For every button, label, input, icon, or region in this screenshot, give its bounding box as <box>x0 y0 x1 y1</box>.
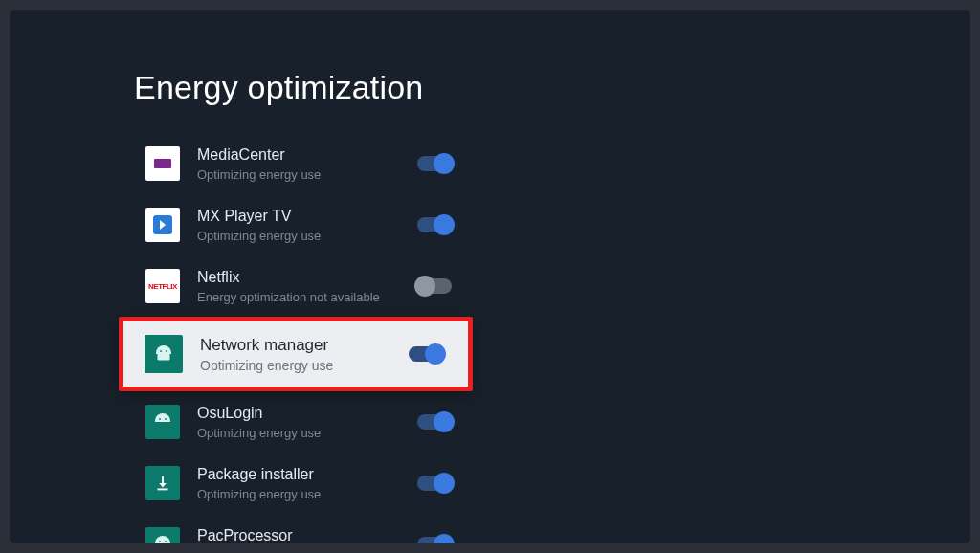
netflix-icon: NETFLIX <box>145 269 180 303</box>
app-name: MX Player TV <box>197 207 434 226</box>
toggle-networkmanager[interactable] <box>409 346 443 362</box>
svg-point-6 <box>165 541 167 542</box>
app-name: Netflix <box>197 268 434 287</box>
app-text: Network manager Optimizing energy use <box>200 335 397 373</box>
app-list: MediaCenter Optimizing energy use MX Pla… <box>134 133 452 543</box>
app-sub: Optimizing energy use <box>197 167 434 182</box>
netflix-logo-text: NETFLIX <box>148 282 177 291</box>
app-text: OsuLogin Optimizing energy use <box>197 404 434 440</box>
app-row-osulogin[interactable]: OsuLogin Optimizing energy use <box>134 391 452 453</box>
app-sub: Energy optimization not available <box>197 290 434 304</box>
svg-point-2 <box>159 418 161 420</box>
app-name: PacProcessor <box>197 526 434 543</box>
app-text: MediaCenter Optimizing energy use <box>197 145 434 182</box>
app-text: PacProcessor Optimizing energy use <box>197 526 434 543</box>
app-name: Network manager <box>200 335 397 355</box>
toggle-packageinstaller[interactable] <box>417 476 452 491</box>
app-text: Netflix Energy optimization not availabl… <box>197 268 434 304</box>
app-name: OsuLogin <box>197 404 434 423</box>
settings-screen: Energy optimization MediaCenter Optimizi… <box>10 10 970 543</box>
app-sub: Optimizing energy use <box>197 487 434 501</box>
toggle-pacprocessor[interactable] <box>417 537 452 543</box>
app-sub: Optimizing energy use <box>197 229 434 243</box>
toggle-osulogin[interactable] <box>417 414 452 430</box>
android-icon <box>145 335 183 373</box>
svg-point-0 <box>160 350 162 352</box>
app-row-netflix[interactable]: NETFLIX Netflix Energy optimization not … <box>134 255 452 317</box>
android-icon <box>145 527 180 543</box>
toggle-mxplayer[interactable] <box>417 217 452 232</box>
android-icon <box>145 405 180 439</box>
toggle-netflix <box>417 278 452 294</box>
app-row-packageinstaller[interactable]: Package installer Optimizing energy use <box>134 453 452 514</box>
app-sub: Optimizing energy use <box>197 426 434 440</box>
page-title: Energy optimization <box>134 69 660 106</box>
app-name: Package installer <box>197 465 434 484</box>
app-row-networkmanager[interactable]: Network manager Optimizing energy use <box>119 317 473 391</box>
mxplayer-icon <box>145 208 180 242</box>
content-panel: Energy optimization MediaCenter Optimizi… <box>134 69 660 543</box>
download-icon <box>145 466 180 500</box>
svg-point-5 <box>159 541 161 542</box>
app-row-mediacenter[interactable]: MediaCenter Optimizing energy use <box>134 133 452 194</box>
app-text: Package installer Optimizing energy use <box>197 465 434 501</box>
app-text: MX Player TV Optimizing energy use <box>197 207 434 243</box>
mediacenter-icon <box>145 146 180 181</box>
app-row-mxplayer[interactable]: MX Player TV Optimizing energy use <box>134 194 452 255</box>
app-row-pacprocessor[interactable]: PacProcessor Optimizing energy use <box>134 514 452 543</box>
svg-point-3 <box>165 418 167 420</box>
svg-point-1 <box>166 350 167 352</box>
toggle-mediacenter[interactable] <box>417 156 452 171</box>
app-name: MediaCenter <box>197 145 434 165</box>
svg-rect-4 <box>158 489 168 491</box>
app-sub: Optimizing energy use <box>200 358 397 373</box>
